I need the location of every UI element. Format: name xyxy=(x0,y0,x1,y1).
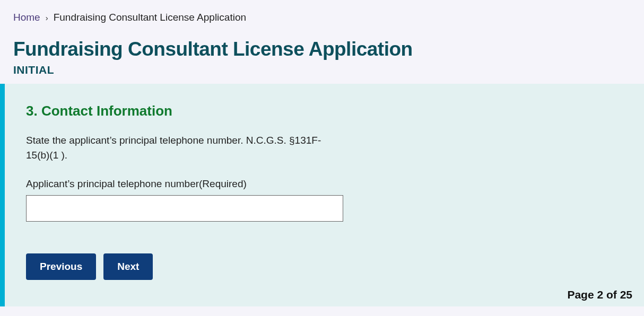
breadcrumb-home-link[interactable]: Home xyxy=(13,12,40,23)
page-indicator: Page 2 of 25 xyxy=(567,288,632,301)
chevron-right-icon: › xyxy=(46,13,48,22)
page-subtitle: INITIAL xyxy=(13,64,631,76)
instruction-text: State the applicant’s principal telephon… xyxy=(26,133,334,162)
phone-field-label: Applicant’s principal telephone number(R… xyxy=(26,178,623,190)
breadcrumb: Home › Fundraising Consultant License Ap… xyxy=(13,12,631,23)
previous-button[interactable]: Previous xyxy=(26,253,96,280)
phone-input[interactable] xyxy=(26,195,343,222)
next-button[interactable]: Next xyxy=(103,253,153,280)
section-heading: 3. Contact Information xyxy=(26,103,623,119)
breadcrumb-current: Fundraising Consultant License Applicati… xyxy=(54,12,246,23)
form-panel: 3. Contact Information State the applica… xyxy=(0,84,644,306)
page-title: Fundraising Consultant License Applicati… xyxy=(13,38,631,60)
button-row: Previous Next xyxy=(26,253,623,280)
